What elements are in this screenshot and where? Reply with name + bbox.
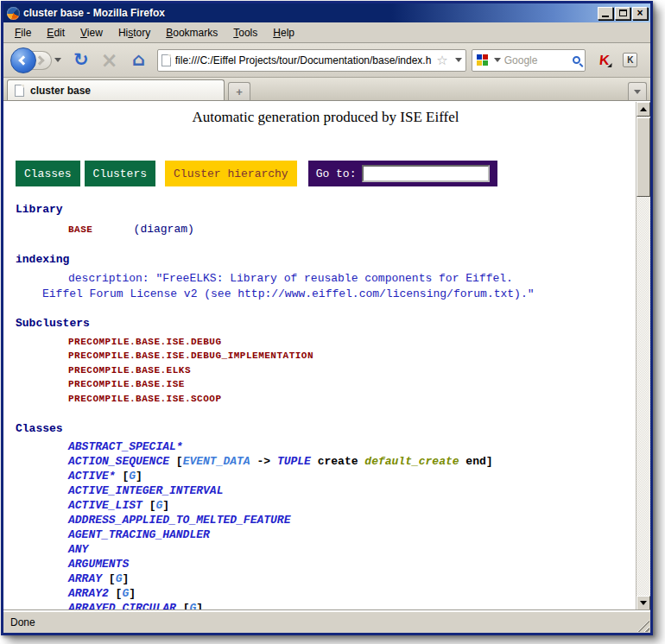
subclusters-heading: Subclusters <box>16 317 636 330</box>
tab-label: cluster base <box>30 85 91 97</box>
class-link[interactable]: TUPLE <box>277 455 311 468</box>
firefox-window: cluster base - Mozilla Firefox × File Ed… <box>1 1 653 635</box>
status-bar: Done <box>3 610 650 633</box>
class-link[interactable]: ACTIVE* <box>68 470 116 483</box>
page-banner: Automatic generation produced by ISE Eif… <box>16 109 636 126</box>
reload-button[interactable]: ↻ <box>73 51 89 69</box>
tab-favicon-icon <box>15 85 24 97</box>
menu-help[interactable]: Help <box>265 24 302 41</box>
diagram-link[interactable]: (diagram) <box>134 223 194 236</box>
scroll-down-button[interactable] <box>636 596 650 610</box>
subcluster-link[interactable]: PRECOMPILE.BASE.ISE.DEBUG_IMPLEMENTATION <box>68 349 636 363</box>
list-all-tabs-button[interactable] <box>628 82 647 100</box>
generic-param-link[interactable]: EVENT_DATA <box>183 455 250 468</box>
close-button[interactable]: × <box>632 7 648 20</box>
class-entry: ABSTRACT_SPECIAL* <box>68 439 636 454</box>
class-link[interactable]: ANY <box>68 543 88 556</box>
code-text: [ <box>142 499 156 512</box>
subclusters-list: PRECOMPILE.BASE.ISE.DEBUGPRECOMPILE.BASE… <box>16 335 636 406</box>
scrollbar-thumb[interactable] <box>636 117 650 197</box>
library-name-link[interactable]: BASE <box>68 224 125 235</box>
menu-history[interactable]: History <box>111 24 158 41</box>
minimize-button[interactable] <box>598 7 613 20</box>
goto-input[interactable] <box>362 165 490 182</box>
menu-file[interactable]: File <box>7 24 39 41</box>
new-tab-button[interactable]: + <box>228 82 250 100</box>
class-link[interactable]: ADDRESS_APPLIED_TO_MELTED_FEATURE <box>68 514 290 527</box>
class-link[interactable]: ACTIVE_LIST <box>68 499 142 512</box>
code-text: [ <box>109 587 123 600</box>
classes-heading: Classes <box>16 422 636 435</box>
menu-edit[interactable]: Edit <box>39 24 73 41</box>
code-text: ] <box>162 499 169 512</box>
maximize-button[interactable] <box>615 7 630 20</box>
code-text: [ <box>116 470 130 483</box>
search-box <box>472 49 586 72</box>
class-entry: ARRAY2 [G] <box>68 586 636 601</box>
class-entry: ACTION_SEQUENCE [EVENT_DATA -> TUPLE cre… <box>68 454 636 469</box>
search-input[interactable] <box>504 54 569 66</box>
firefox-icon <box>7 7 20 20</box>
menu-view[interactable]: View <box>73 24 111 41</box>
generic-param-link[interactable]: G <box>129 470 136 483</box>
class-link[interactable]: AGENT_TRACING_HANDLER <box>68 528 210 541</box>
code-text <box>311 455 318 468</box>
k-addon-button[interactable]: K <box>623 53 637 67</box>
scroll-up-icon <box>640 107 647 111</box>
feature-link[interactable]: default_create <box>364 455 459 468</box>
stop-button[interactable]: × <box>101 50 118 71</box>
resize-grip[interactable] <box>637 620 649 632</box>
class-link[interactable]: ARRAY <box>68 572 102 585</box>
cluster-hierarchy-button[interactable]: Cluster hierarchy <box>165 161 297 186</box>
subcluster-link[interactable]: PRECOMPILE.BASE.ISE <box>68 377 636 391</box>
search-icon[interactable] <box>573 56 580 64</box>
menu-tools[interactable]: Tools <box>225 24 265 41</box>
class-entry: ACTIVE_INTEGER_INTERVAL <box>68 483 636 498</box>
subcluster-link[interactable]: PRECOMPILE.BASE.ELKS <box>68 363 636 377</box>
class-link[interactable]: ACTIVE_INTEGER_INTERVAL <box>68 484 223 497</box>
code-text: [ <box>102 572 116 585</box>
class-entry: ADDRESS_APPLIED_TO_MELTED_FEATURE <box>68 513 636 527</box>
code-text: create <box>318 455 358 468</box>
class-link[interactable]: ARGUMENTS <box>68 558 129 571</box>
indexing-description-line2: Eiffel Forum License v2 (see http://www.… <box>42 287 636 300</box>
back-button[interactable] <box>10 47 36 73</box>
clusters-button[interactable]: Clusters <box>85 161 155 186</box>
subcluster-link[interactable]: PRECOMPILE.BASE.ISE.SCOOP <box>68 392 636 406</box>
browser-viewport: Automatic generation produced by ISE Eif… <box>3 101 650 610</box>
library-heading: Library <box>16 203 636 216</box>
home-button[interactable]: ⌂ <box>132 51 145 69</box>
list-tabs-icon <box>634 90 641 94</box>
bookmark-star-icon[interactable]: ☆ <box>436 53 447 68</box>
subcluster-link[interactable]: PRECOMPILE.BASE.ISE.DEBUG <box>68 335 636 349</box>
code-text: ] <box>122 572 129 585</box>
code-text: end <box>466 455 485 468</box>
library-row: BASE (diagram) <box>68 221 636 237</box>
class-link[interactable]: ABSTRACT_SPECIAL* <box>68 440 183 453</box>
class-link[interactable]: ARRAY2 <box>68 587 109 600</box>
forward-arrow-icon <box>35 55 44 65</box>
history-dropdown-icon[interactable] <box>54 58 61 62</box>
class-entry: ACTIVE* [G] <box>68 469 636 483</box>
class-entry: ARGUMENTS <box>68 557 636 571</box>
vertical-scrollbar[interactable] <box>636 102 650 610</box>
code-text: [ <box>169 455 183 468</box>
code-text: ] <box>486 455 493 468</box>
tab-cluster-base[interactable]: cluster base <box>7 79 225 100</box>
url-input[interactable] <box>175 54 433 66</box>
classes-button[interactable]: Classes <box>16 161 80 186</box>
close-icon: × <box>636 8 643 18</box>
goto-box: Go to: <box>308 161 498 186</box>
doc-nav-buttons: Classes Clusters Cluster hierarchy Go to… <box>16 161 636 186</box>
scroll-up-button[interactable] <box>636 102 650 117</box>
indexing-description-line1: description: "FreeELKS: Library of reusa… <box>68 272 636 285</box>
indexing-heading: indexing <box>16 253 636 266</box>
menu-bookmarks[interactable]: Bookmarks <box>158 24 225 41</box>
class-entry: ACTIVE_LIST [G] <box>68 498 636 513</box>
titlebar: cluster base - Mozilla Firefox × <box>3 3 650 22</box>
class-link[interactable]: ACTION_SEQUENCE <box>68 455 169 468</box>
kaspersky-icon[interactable]: K <box>598 53 610 68</box>
url-dropdown-icon[interactable] <box>455 58 462 62</box>
search-engine-dropdown-icon[interactable] <box>494 58 501 62</box>
page-favicon-icon <box>162 54 171 66</box>
